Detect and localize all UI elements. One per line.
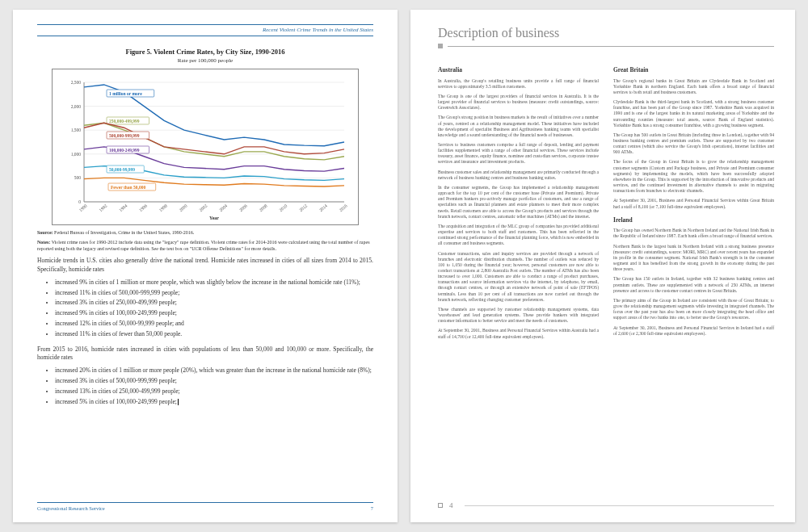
svg-text:2,000: 2,000	[71, 104, 82, 109]
svg-text:500: 500	[74, 175, 82, 180]
svg-text:1994: 1994	[118, 203, 128, 212]
figure-source: Source: Federal Bureau of Investigation,…	[37, 230, 373, 237]
column-left: Australia In Australia, the Group's reta…	[438, 60, 599, 344]
para-1: Homicide trends in U.S. cities also gene…	[37, 257, 373, 273]
footer-page-num: 4	[449, 501, 453, 509]
svg-text:100,000-249,999: 100,000-249,999	[109, 148, 140, 153]
body-para: Services to business customers comprise …	[438, 142, 599, 165]
svg-text:Year: Year	[209, 216, 219, 220]
svg-text:1,500: 1,500	[71, 128, 82, 132]
column-right: Great Britain The Group's regional banks…	[613, 60, 774, 344]
body-para: The Group's regional banks in Great Brit…	[613, 78, 774, 95]
body-para: Clydesdale Bank is the third-largest ban…	[613, 99, 774, 128]
chart-container: 05001,0001,5002,0002,5001990199219941996…	[52, 69, 359, 225]
body-para: In Australia, the Group's retailing busi…	[438, 78, 599, 90]
body-para: At September 30, 2001, Business and Pers…	[438, 328, 599, 339]
list-item: increased 3% in cities of 500,000-999,99…	[55, 377, 373, 386]
footer-page: 7	[371, 505, 373, 511]
bullet-list-1: increased 9% in cities of 1 million or m…	[55, 279, 373, 339]
list-item: increased 9% in cities of 100,000-249,99…	[55, 309, 373, 318]
page-right: Description of business Australia In Aus…	[410, 10, 795, 522]
list-item: increased 11% in cities of fewer than 50…	[55, 330, 373, 339]
body-para: Northern Bank is the largest bank in Nor…	[613, 244, 774, 273]
svg-text:2008: 2008	[258, 203, 267, 212]
svg-text:2000: 2000	[178, 203, 187, 212]
svg-text:2006: 2006	[238, 203, 248, 212]
body-para: The focus of the Group in Great Britain …	[613, 159, 774, 194]
body-para: The Group has 500 outlets in Great Brita…	[613, 132, 774, 156]
list-item: increased 13% in cities of 250,000-499,9…	[55, 387, 373, 396]
figure-subtitle: Rate per 100,000 people	[37, 57, 373, 64]
body-para: In the consumer segments, the Group has …	[438, 185, 599, 220]
svg-text:2004: 2004	[218, 203, 228, 212]
svg-text:50,000-99,999: 50,000-99,999	[109, 167, 135, 172]
bullet-list-2: increased 20% in cities of 1 million or …	[55, 367, 373, 407]
body-para: Customer transactions, sales and inquiry…	[438, 251, 599, 303]
body-para: The Group has owned Northern Bank in Nor…	[613, 228, 774, 239]
list-item: increased 5% in cities of 100,000-249,99…	[55, 398, 373, 407]
svg-text:1,000: 1,000	[71, 152, 82, 157]
svg-text:2012: 2012	[298, 203, 308, 212]
list-item: increased 12% in cities of 50,000-99,999…	[55, 320, 373, 329]
svg-text:1998: 1998	[158, 203, 168, 212]
para-2: From 2015 to 2016, homicide rates increa…	[37, 346, 373, 362]
body-para: The acquisition and integration of the M…	[438, 224, 599, 247]
svg-text:500,000-999,999: 500,000-999,999	[109, 133, 140, 138]
body-para: The primary aims of the Group in Ireland…	[613, 298, 774, 321]
body-para: The Group is one of the largest provider…	[438, 94, 599, 111]
heading-australia: Australia	[438, 66, 599, 74]
list-item: increased 9% in cities of 1 million or m…	[55, 279, 373, 287]
svg-text:2,500: 2,500	[71, 80, 82, 85]
list-item: increased 3% in cities of 250,000-499,99…	[55, 299, 373, 308]
footer-right: 4	[438, 501, 774, 509]
svg-text:0: 0	[78, 199, 81, 204]
heading-ireland: Ireland	[613, 216, 774, 224]
body-para: At September 30, 2001, Business and Pers…	[613, 325, 774, 337]
list-item: increased 20% in cities of 1 million or …	[55, 367, 373, 375]
title-rule	[438, 44, 774, 48]
page-left: Recent Violent Crime Trends in the Unite…	[13, 10, 398, 522]
line-chart: 05001,0001,5002,0002,5001990199219941996…	[59, 76, 351, 221]
body-para: Business customer sales and relationship…	[438, 170, 599, 181]
svg-text:1990: 1990	[78, 203, 88, 212]
page-title: Description of business	[438, 26, 774, 40]
body-para: The Group has 150 outlets in Ireland, to…	[613, 276, 774, 293]
footer-left: Congressional Research Service 7	[37, 502, 373, 511]
svg-text:250,000-499,999: 250,000-499,999	[109, 119, 140, 124]
svg-text:2002: 2002	[198, 203, 208, 212]
svg-text:1992: 1992	[98, 203, 107, 212]
footer-org: Congressional Research Service	[37, 505, 105, 511]
svg-text:1996: 1996	[138, 203, 148, 212]
running-head: Recent Violent Crime Trends in the Unite…	[37, 27, 373, 36]
heading-gb: Great Britain	[613, 66, 774, 74]
body-para: At September 30, 2001, Business and Pers…	[613, 198, 774, 209]
body-para: These channels are supported by customer…	[438, 307, 599, 324]
body-para: The Group's strong position in business …	[438, 115, 599, 138]
figure-notes: Notes: Violent crime rates for 1990-2012…	[37, 240, 373, 253]
svg-text:1 million or more: 1 million or more	[109, 91, 142, 96]
svg-text:2016: 2016	[339, 203, 348, 212]
figure-title: Figure 5. Violent Crime Rates, by City S…	[37, 48, 373, 56]
footer-marker-icon	[438, 503, 443, 508]
svg-text:Fewer than 50,000: Fewer than 50,000	[111, 185, 145, 190]
svg-text:2014: 2014	[318, 203, 328, 212]
text-cursor	[178, 399, 179, 405]
list-item: increased 11% in cities of 500,000-999,9…	[55, 289, 373, 298]
svg-text:2010: 2010	[278, 203, 288, 212]
